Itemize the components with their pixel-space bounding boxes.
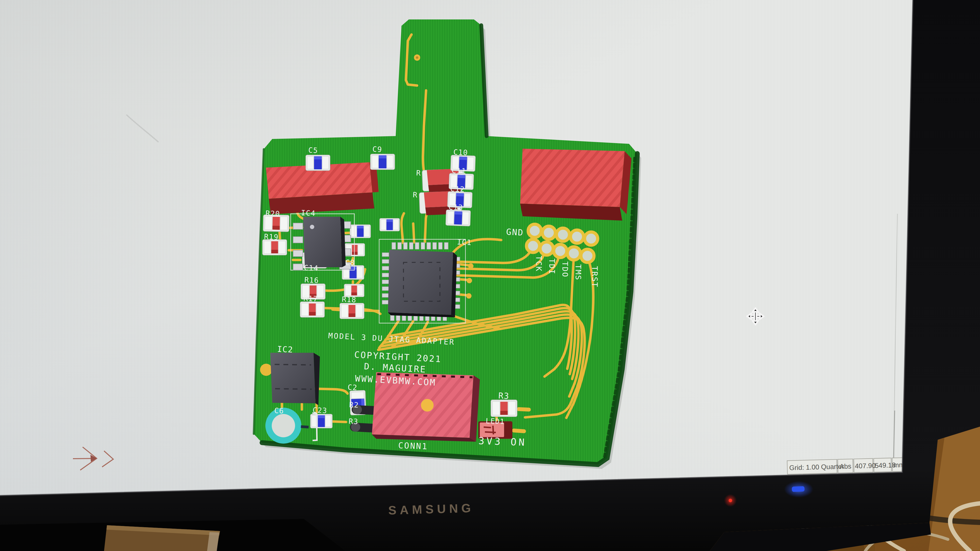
monitor-brand-logo: SAMSUNG	[388, 501, 474, 517]
label-c6: C6	[274, 406, 284, 415]
jtag-label-trst: TRST	[590, 266, 599, 287]
power-led-blue	[792, 486, 805, 492]
label-r-mid2: R	[413, 191, 418, 199]
status-bar: Grid: 1.00 Quarter Abs 407.90 549.18 mm	[787, 458, 905, 474]
capacitor-c9	[371, 154, 395, 170]
label-c14: C14	[304, 264, 319, 273]
label-ic4: IC4	[301, 208, 316, 218]
status-y-text: 549.18	[875, 461, 896, 469]
resistor-r3	[491, 400, 517, 417]
resistor-r17	[300, 302, 325, 317]
silkscreen-conn1: CONN1	[398, 440, 428, 451]
capacitor-unlabeled-1	[350, 225, 371, 238]
label-r2x: R2	[349, 400, 359, 410]
photo-of-monitor: MODEL 3 DU JTAG ADAPTER COPYRIGHT 2021 D…	[0, 0, 980, 551]
jtag-label-tdi: TDI	[547, 259, 557, 275]
label-led1: LED1	[485, 417, 505, 426]
jtag-label-tck: TCK	[534, 256, 544, 272]
label-ic2: IC2	[277, 344, 293, 354]
capacitor-c5	[306, 155, 330, 170]
status-x-text: 407.90	[855, 462, 876, 470]
capacitor-c23	[310, 414, 332, 428]
label-c8: C8	[345, 258, 355, 267]
label-r19: R19	[264, 232, 279, 241]
label-r16: R16	[304, 275, 319, 285]
label-r3: R3	[498, 391, 510, 401]
resistor-r19	[262, 240, 287, 255]
label-c10: C10	[453, 148, 468, 157]
label-c9: C9	[372, 145, 383, 154]
resistor-unlabeled-2	[344, 284, 364, 297]
capacitor-unlabeled-2	[380, 218, 399, 231]
label-c5: C5	[308, 146, 318, 155]
label-r-mid1: R	[416, 168, 422, 177]
label-c12: C12	[450, 184, 465, 194]
status-abs-text: Abs	[840, 462, 851, 470]
status-grid-text: Grid: 1.00 Quarter	[789, 462, 844, 472]
label-c2x: C2	[348, 383, 358, 392]
resistor-r18	[340, 303, 364, 319]
label-r3x: R3	[348, 417, 359, 426]
label-r17: R17	[303, 294, 318, 303]
red-connector-top-right	[520, 149, 632, 221]
power-led-red	[729, 499, 732, 502]
label-c13: C13	[449, 203, 463, 212]
jtag-label-tms: TMS	[574, 264, 583, 281]
label-r18: R18	[342, 295, 357, 304]
ic2-chip	[270, 353, 320, 405]
capacitor-c13	[446, 210, 471, 226]
label-c23: C23	[313, 406, 328, 415]
label-r20: R20	[266, 209, 280, 218]
silkscreen-3v3-on: 3V3 ON	[478, 435, 527, 448]
label-ic1: IC1	[457, 238, 472, 247]
label-c11: C11	[452, 166, 467, 175]
jtag-label-tdo: TDO	[560, 261, 570, 278]
silkscreen-gnd: GND	[506, 227, 524, 238]
